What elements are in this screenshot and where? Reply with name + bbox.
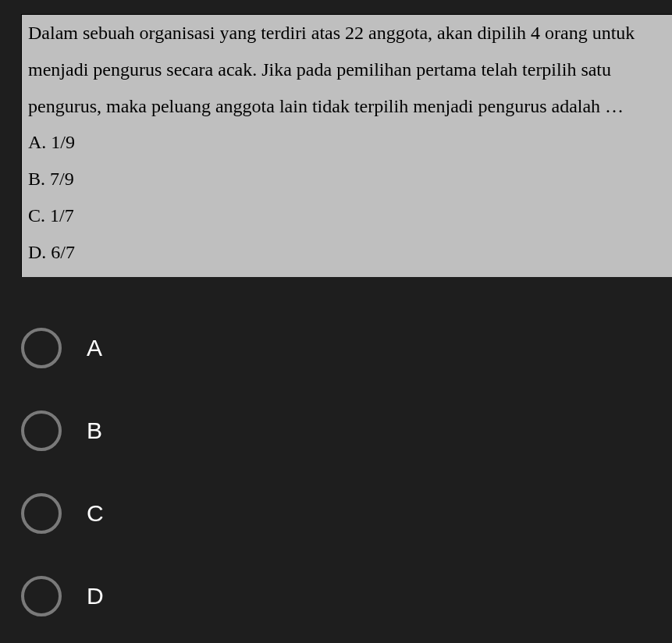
answer-label-c: C xyxy=(87,502,104,525)
answer-label-d: D xyxy=(87,584,104,608)
radio-icon xyxy=(21,493,62,534)
question-image-option-b: B. 7/9 xyxy=(28,161,669,197)
question-image-options: A. 1/9 B. 7/9 C. 1/7 D. 6/7 xyxy=(28,124,669,270)
question-stem: Dalam sebuah organisasi yang terdiri ata… xyxy=(28,15,669,124)
radio-icon xyxy=(21,410,62,451)
answer-label-a: A xyxy=(87,336,102,360)
radio-icon xyxy=(21,328,62,368)
answer-option-d[interactable]: D xyxy=(21,576,104,616)
answer-label-b: B xyxy=(87,419,102,442)
radio-icon xyxy=(21,576,62,616)
quiz-page: Dalam sebuah organisasi yang terdiri ata… xyxy=(0,0,672,643)
answer-option-a[interactable]: A xyxy=(21,328,104,368)
answer-option-c[interactable]: C xyxy=(21,493,104,534)
question-image-option-d: D. 6/7 xyxy=(28,234,669,271)
question-image-option-c: C. 1/7 xyxy=(28,197,669,234)
answer-option-b[interactable]: B xyxy=(21,410,104,451)
answer-options: A B C D xyxy=(21,328,104,616)
question-image: Dalam sebuah organisasi yang terdiri ata… xyxy=(21,14,672,277)
question-image-option-a: A. 1/9 xyxy=(28,124,669,161)
